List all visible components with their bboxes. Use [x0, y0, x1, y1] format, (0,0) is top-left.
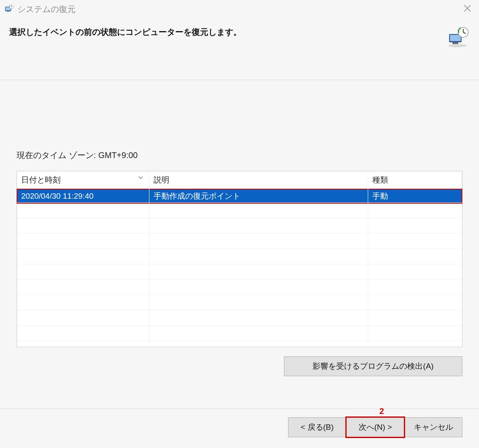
cell-type: 手動: [368, 189, 462, 204]
restore-point-icon: [445, 27, 470, 47]
detect-affected-programs-button[interactable]: 影響を受けるプログラムの検出(A): [284, 356, 462, 376]
col-header-description[interactable]: 説明: [149, 171, 368, 189]
col-header-datetime[interactable]: 日付と時刻: [17, 171, 149, 189]
annotation-2: 2: [379, 407, 384, 416]
col-header-type[interactable]: 種類: [368, 171, 462, 189]
timezone-label: 現在のタイム ゾーン: GMT+9:00: [17, 150, 462, 161]
footer-buttons: < 戻る(B) 2 次へ(N) > キャンセル: [0, 409, 479, 437]
svg-point-6: [448, 44, 467, 47]
svg-rect-2: [7, 11, 9, 12]
header: 選択したイベントの前の状態にコンピューターを復元します。: [0, 18, 479, 51]
close-icon[interactable]: [460, 2, 475, 16]
cancel-button[interactable]: キャンセル: [404, 417, 462, 437]
divider: [0, 80, 479, 80]
col-header-datetime-label: 日付と時刻: [21, 175, 61, 184]
cell-description: 手動作成の復元ポイント: [149, 189, 368, 204]
system-restore-icon: [4, 5, 13, 14]
page-heading: 選択したイベントの前の状態にコンピューターを復元します。: [9, 27, 242, 38]
cell-datetime: 2020/04/30 11:29:40: [17, 189, 149, 204]
table-header-row: 日付と時刻 説明 種類: [17, 171, 462, 189]
back-button[interactable]: < 戻る(B): [288, 417, 346, 437]
sort-indicator-icon: [138, 174, 143, 180]
titlebar: システムの復元: [0, 0, 479, 18]
content-area: 現在のタイム ゾーン: GMT+9:00 1 日付と時刻: [0, 150, 479, 376]
window-title: システムの復元: [17, 4, 76, 15]
col-header-description-label: 説明: [154, 175, 169, 184]
col-header-type-label: 種類: [372, 175, 388, 184]
detect-button-row: 影響を受けるプログラムの検出(A): [17, 356, 462, 376]
restore-points-table[interactable]: 日付と時刻 説明 種類 2020/04/30 11:29:40: [17, 171, 462, 347]
next-button[interactable]: 次へ(N) >: [346, 417, 404, 437]
table-row[interactable]: 2020/04/30 11:29:40 手動作成の復元ポイント 手動: [17, 189, 462, 204]
svg-rect-8: [450, 35, 461, 41]
svg-rect-9: [452, 42, 458, 44]
